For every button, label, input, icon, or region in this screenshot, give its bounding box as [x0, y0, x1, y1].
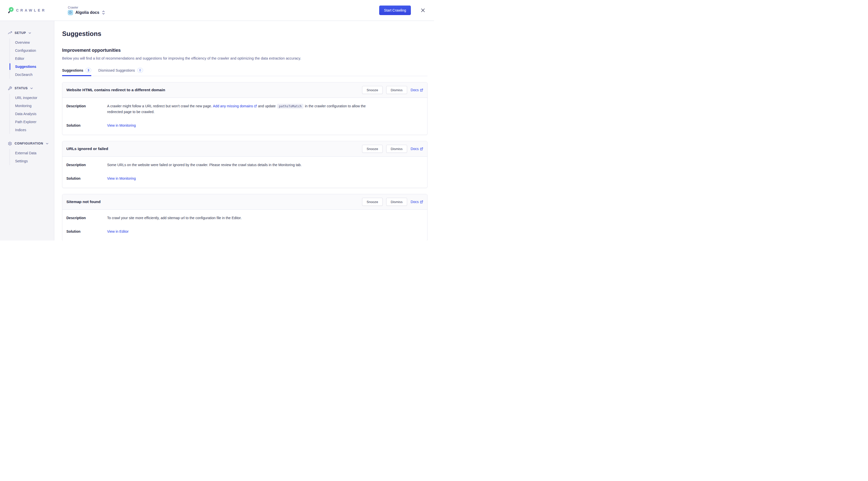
start-crawling-button[interactable]: Start Crawling — [379, 5, 411, 15]
tab-count-badge: 0 — [137, 68, 143, 73]
section-description: Below you will find a list of recommenda… — [62, 56, 428, 60]
suggestion-card-sitemap: Sitemap not found Snooze Dismiss Docs — [62, 194, 428, 241]
sidebar-section-configuration-header[interactable]: CONFIGURATION — [0, 140, 54, 147]
clock-icon — [68, 10, 73, 15]
snooze-button[interactable]: Snooze — [362, 145, 383, 153]
description-text: Some URLs on the website were failed or … — [107, 162, 371, 168]
sidebar-item-configuration[interactable]: Configuration — [15, 46, 54, 55]
external-link-icon — [254, 104, 257, 107]
sidebar-item-docsearch[interactable]: DocSearch — [15, 71, 54, 79]
crawler-logo[interactable]: CRAWLER — [8, 7, 46, 13]
crawler-pin-icon — [8, 7, 13, 13]
external-link-icon — [420, 147, 423, 151]
sidebar-item-external-data[interactable]: External Data — [15, 149, 54, 157]
view-in-monitoring-link[interactable]: View in Monitoring — [107, 176, 136, 181]
solution-label: Solution — [66, 229, 107, 234]
tab-label: Dismissed Suggestions — [98, 68, 135, 72]
sidebar-item-editor[interactable]: Editor — [15, 55, 54, 63]
sidebar-item-monitoring[interactable]: Monitoring — [15, 102, 54, 110]
external-link-icon — [420, 89, 423, 92]
paths-to-match-code: pathsToMatch — [277, 104, 303, 108]
snooze-button[interactable]: Snooze — [362, 198, 383, 206]
sidebar-section-title: CONFIGURATION — [14, 142, 43, 145]
selected-crawler-name: Algolia docs — [75, 10, 99, 15]
sidebar-section-configuration: CONFIGURATION External Data Settings — [0, 140, 54, 165]
top-header: CRAWLER Crawler Algolia docs Start Cra — [0, 0, 434, 21]
chevron-down-icon — [46, 142, 49, 145]
close-button[interactable] — [421, 8, 426, 13]
view-in-editor-link[interactable]: View in Editor — [107, 229, 128, 234]
docs-link[interactable]: Docs — [411, 147, 423, 151]
view-in-monitoring-link[interactable]: View in Monitoring — [107, 123, 136, 128]
snooze-button[interactable]: Snooze — [362, 86, 383, 94]
dismiss-button[interactable]: Dismiss — [386, 198, 407, 206]
sidebar-section-title: STATUS — [14, 87, 28, 90]
gear-icon — [8, 141, 12, 146]
select-chevrons-icon — [102, 10, 105, 15]
add-missing-domains-link[interactable]: Add any missing domains — [213, 103, 257, 109]
logo-wordmark: CRAWLER — [16, 8, 46, 12]
main-content: Suggestions Improvement opportunities Be… — [54, 21, 434, 241]
tab-suggestions[interactable]: Suggestions 3 — [62, 68, 91, 76]
chevron-down-icon — [30, 87, 33, 90]
sidebar-section-setup: SETUP Overview Configuration Editor Sugg… — [0, 30, 54, 79]
sidebar-item-indices[interactable]: Indices — [15, 126, 54, 134]
card-title: Website HTML contains redirect to a diff… — [66, 88, 165, 92]
description-label: Description — [66, 215, 107, 221]
dismiss-button[interactable]: Dismiss — [386, 86, 407, 94]
sidebar-item-path-explorer[interactable]: Path Explorer — [15, 118, 54, 126]
chevron-down-icon — [28, 32, 31, 34]
card-title: Sitemap not found — [66, 199, 100, 204]
tab-dismissed-suggestions[interactable]: Dismissed Suggestions 0 — [98, 68, 143, 76]
solution-label: Solution — [66, 176, 107, 181]
sidebar-item-suggestions[interactable]: Suggestions — [15, 63, 54, 71]
description-label: Description — [66, 103, 107, 115]
sidebar-item-data-analysis[interactable]: Data Analysis — [15, 110, 54, 118]
docs-link[interactable]: Docs — [411, 88, 423, 92]
description-label: Description — [66, 162, 107, 168]
dismiss-button[interactable]: Dismiss — [386, 145, 407, 153]
description-text: To crawl your site more efficiently, add… — [107, 215, 371, 221]
sidebar-section-setup-header[interactable]: SETUP — [0, 30, 54, 36]
suggestion-card-redirect: Website HTML contains redirect to a diff… — [62, 82, 428, 135]
sidebar: SETUP Overview Configuration Editor Sugg… — [0, 21, 54, 241]
trending-up-icon — [8, 31, 12, 35]
crawler-selector[interactable]: Crawler Algolia docs — [68, 6, 105, 15]
suggestion-card-urls-ignored: URLs ignored or failed Snooze Dismiss Do… — [62, 141, 428, 188]
sidebar-section-status: STATUS URL inspector Monitoring Data Ana… — [0, 85, 54, 134]
tab-label: Suggestions — [62, 68, 83, 72]
sidebar-section-title: SETUP — [14, 31, 26, 35]
tab-count-badge: 3 — [86, 68, 91, 73]
crawler-app: CRAWLER Crawler Algolia docs Start Cra — [0, 0, 434, 241]
card-title: URLs ignored or failed — [66, 147, 108, 151]
external-link-icon — [420, 200, 423, 203]
improvement-opportunities-title: Improvement opportunities — [62, 48, 428, 53]
sidebar-section-status-header[interactable]: STATUS — [0, 85, 54, 91]
page-title: Suggestions — [62, 30, 428, 38]
suggestions-tabbar: Suggestions 3 Dismissed Suggestions 0 — [62, 68, 428, 76]
docs-link[interactable]: Docs — [411, 200, 423, 204]
wrench-icon — [8, 86, 12, 91]
crawler-selector-label: Crawler — [68, 6, 105, 9]
sidebar-item-settings[interactable]: Settings — [15, 157, 54, 165]
sidebar-item-url-inspector[interactable]: URL inspector — [15, 94, 54, 102]
description-text: A crawler might follow a URL redirect bu… — [107, 103, 371, 115]
sidebar-item-overview[interactable]: Overview — [15, 38, 54, 46]
close-icon — [421, 8, 425, 12]
solution-label: Solution — [66, 123, 107, 128]
